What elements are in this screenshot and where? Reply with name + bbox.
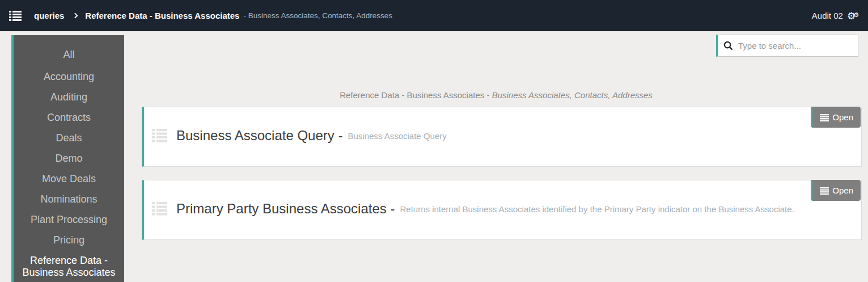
query-description: Returns internal Business Associates ide…	[400, 204, 794, 214]
sidebar-item-reference-data-business-associates[interactable]: Reference Data - Business Associates	[14, 250, 124, 282]
open-query-button[interactable]: Open	[811, 180, 861, 201]
list-icon	[820, 187, 829, 194]
search-box[interactable]	[716, 35, 858, 57]
breadcrumb-current-page: Reference Data - Business Associates	[85, 11, 239, 20]
list-icon	[152, 202, 167, 216]
page-title: Reference Data - Business Associates - B…	[130, 90, 862, 100]
sidebar-item-auditing[interactable]: Auditing	[14, 87, 124, 107]
sidebar-item-nominations[interactable]: Nominations	[14, 189, 124, 209]
sidebar-item-deals[interactable]: Deals	[14, 128, 124, 148]
list-icon	[152, 129, 167, 142]
card-title-row: Primary Party Business Associates - Retu…	[152, 201, 794, 217]
sidebar-item-plant-processing[interactable]: Plant Processing	[14, 209, 124, 230]
page-title-text: Reference Data - Business Associates -	[340, 90, 492, 100]
search-input[interactable]	[738, 41, 852, 50]
search-icon	[723, 41, 733, 50]
query-title: Primary Party Business Associates -	[176, 201, 395, 217]
query-card-list: Business Associate Query - Business Asso…	[142, 107, 862, 253]
sidebar-item-all[interactable]: All	[14, 43, 124, 66]
menu-list-icon[interactable]	[9, 11, 22, 21]
card-title-row: Business Associate Query - Business Asso…	[152, 128, 447, 144]
sidebar-item-pricing[interactable]: Pricing	[14, 230, 124, 250]
page-body: All Accounting Auditing Contracts Deals …	[0, 31, 868, 282]
user-name-label: Audit 02	[812, 11, 843, 20]
query-card-primary-party-business-associates: Primary Party Business Associates - Retu…	[142, 180, 862, 240]
open-button-label: Open	[832, 186, 853, 195]
page-title-subtitle: Business Associates, Contacts, Addresses	[492, 90, 653, 100]
open-button-label: Open	[832, 112, 853, 122]
cogs-icon[interactable]: ⚙⚙	[847, 15, 859, 16]
chevron-right-icon	[73, 13, 78, 19]
breadcrumb-subtitle: - Business Associates, Contacts, Address…	[243, 11, 392, 20]
breadcrumb-queries-link[interactable]: queries	[34, 11, 64, 20]
sidebar-item-demo[interactable]: Demo	[14, 148, 124, 169]
sidebar-item-move-deals[interactable]: Move Deals	[14, 169, 124, 189]
list-icon	[820, 113, 829, 121]
open-query-button[interactable]: Open	[811, 107, 861, 128]
breadcrumb: queries Reference Data - Business Associ…	[22, 11, 392, 20]
category-sidebar: All Accounting Auditing Contracts Deals …	[11, 35, 124, 282]
top-navbar: queries Reference Data - Business Associ…	[0, 0, 868, 31]
query-card-business-associate-query: Business Associate Query - Business Asso…	[142, 107, 862, 167]
query-description: Business Associate Query	[348, 131, 446, 141]
query-title: Business Associate Query -	[176, 128, 342, 144]
user-menu[interactable]: Audit 02 ⚙⚙	[812, 11, 859, 20]
sidebar-item-accounting[interactable]: Accounting	[14, 66, 124, 87]
sidebar-item-contracts[interactable]: Contracts	[14, 107, 124, 128]
